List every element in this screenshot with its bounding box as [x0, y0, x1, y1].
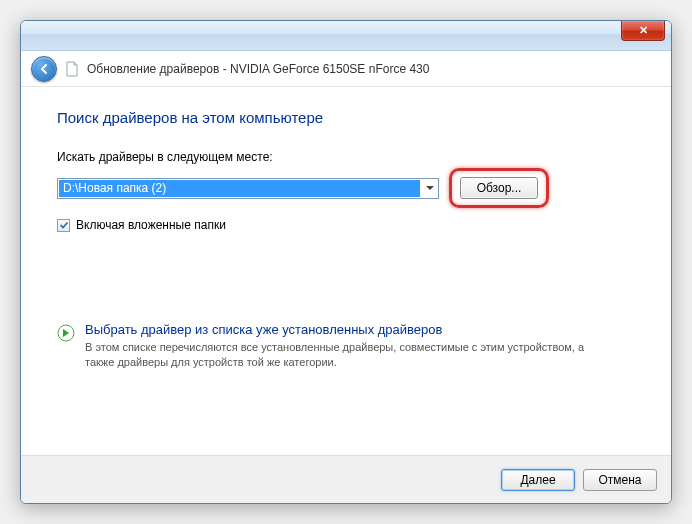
- window-title: Обновление драйверов - NVIDIA GeForce 61…: [87, 62, 429, 76]
- path-row: D:\Новая папка (2) Обзор...: [57, 168, 635, 208]
- pick-driver-title: Выбрать драйвер из списка уже установлен…: [85, 322, 595, 337]
- titlebar: ✕: [21, 21, 671, 51]
- include-subfolders-label: Включая вложенные папки: [76, 218, 226, 232]
- main-heading: Поиск драйверов на этом компьютере: [57, 109, 635, 126]
- combobox-dropdown-button[interactable]: [421, 179, 438, 198]
- content-area: Поиск драйверов на этом компьютере Искат…: [21, 87, 671, 455]
- footer: Далее Отмена: [21, 455, 671, 503]
- driver-update-window: ✕ Обновление драйверов - NVIDIA GeForce …: [20, 20, 672, 504]
- checkmark-icon: [59, 220, 69, 230]
- pick-driver-description: В этом списке перечисляются все установл…: [85, 340, 595, 371]
- search-location-label: Искать драйверы в следующем месте:: [57, 150, 635, 164]
- browse-button[interactable]: Обзор...: [460, 177, 538, 199]
- path-combobox[interactable]: D:\Новая папка (2): [57, 178, 439, 199]
- pick-driver-section[interactable]: Выбрать драйвер из списка уже установлен…: [57, 322, 635, 371]
- pick-driver-text: Выбрать драйвер из списка уже установлен…: [85, 322, 595, 371]
- header-row: Обновление драйверов - NVIDIA GeForce 61…: [21, 51, 671, 87]
- back-button[interactable]: [31, 56, 57, 82]
- browse-highlight: Обзор...: [449, 168, 549, 208]
- cancel-button[interactable]: Отмена: [583, 469, 657, 491]
- next-button[interactable]: Далее: [501, 469, 575, 491]
- include-subfolders-checkbox[interactable]: [57, 219, 70, 232]
- include-subfolders-row: Включая вложенные папки: [57, 218, 635, 232]
- close-button[interactable]: ✕: [621, 21, 665, 41]
- path-value: D:\Новая папка (2): [59, 180, 420, 197]
- close-icon: ✕: [639, 24, 648, 37]
- document-icon: [65, 61, 79, 77]
- go-arrow-icon: [57, 324, 75, 342]
- chevron-down-icon: [426, 186, 434, 191]
- back-arrow-icon: [37, 62, 51, 76]
